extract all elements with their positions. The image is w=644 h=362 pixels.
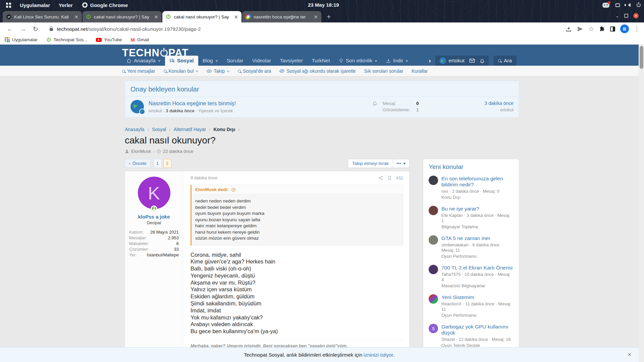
extensions-icon[interactable] [599, 26, 605, 32]
list-item[interactable]: Yeni SistemimReactionX · 11 dakika önce … [429, 294, 514, 318]
bookmark-apps[interactable]: Uygulamalar [5, 37, 38, 42]
window-maximize-icon[interactable] [624, 14, 628, 18]
nav-tips[interactable]: Tavsiyeler [275, 56, 307, 66]
thread-meta: ElonMusk · 22 dakika önce [125, 149, 519, 154]
list-item[interactable]: S Darbogaz yok GPU kullanımı düşükShazel… [429, 324, 514, 348]
tab-close-icon[interactable]: ✕ [314, 14, 318, 19]
nav-home[interactable]: Anasayfa [122, 56, 165, 66]
nav-blog[interactable]: Blog [198, 56, 222, 66]
inbox-icon[interactable] [469, 58, 475, 63]
bookmark-star-icon[interactable]: ☆ [588, 25, 594, 33]
power-tray-icon[interactable] [637, 3, 641, 7]
nav-download[interactable]: İndir [382, 56, 413, 66]
alerts-bell-icon[interactable] [480, 58, 485, 63]
subnav-mark-read[interactable]: Sosyal ağı okundu olarak işaretle [279, 68, 356, 74]
tab-close-icon[interactable]: ✕ [234, 14, 238, 19]
tab-close-icon[interactable]: ✕ [74, 14, 78, 19]
new-tab-button[interactable]: + [325, 11, 333, 22]
send-icon[interactable] [577, 26, 583, 32]
reload-button[interactable]: ↻ [33, 26, 38, 32]
bookmark-technopat[interactable]: Technopat Sos... [46, 37, 88, 42]
install-icon[interactable] [566, 26, 572, 32]
subnav-new-messages[interactable]: Yeni mesajlar [122, 68, 155, 74]
subnav-find-threads[interactable]: Konuları bul [164, 68, 199, 74]
volume-tray-icon[interactable] [626, 3, 631, 7]
search-button[interactable]: Ara [493, 56, 517, 66]
tab-cakal-active[interactable]: cakal nasıl okunuyor? | Say ✕ [162, 11, 241, 22]
address-bar[interactable]: technopat.net/sosyal/konu/cakal-nasil-ok… [57, 26, 201, 32]
tab-close-icon[interactable]: ✕ [154, 14, 158, 19]
list-item[interactable]: 700 TL 2.el Ekran Kartı ÖnerisiTaha7575 … [429, 265, 514, 289]
eye-off-icon [279, 69, 284, 73]
goto-quoted-post-icon[interactable] [231, 187, 236, 192]
active-app-indicator[interactable]: Google Chrome [82, 2, 128, 8]
close-icon[interactable]: × [628, 351, 631, 358]
pending-thread-author[interactable]: ertokut [149, 108, 162, 113]
nav-expand-chevron[interactable]: › [427, 57, 433, 64]
breadcrumb-home[interactable]: Anasayfa [125, 127, 144, 132]
bookmark-gmail[interactable]: M Gmail [130, 37, 149, 43]
profile-avatar[interactable]: B [620, 24, 629, 33]
scrollbar-thumb[interactable] [640, 46, 643, 69]
pending-threads-panel: Onay bekleyen konular Nasrettin Hoca eşe… [125, 81, 519, 118]
nav-questions[interactable]: Sorular [222, 56, 248, 66]
breadcrumb-social[interactable]: Sosyal [152, 127, 166, 132]
page-2-current[interactable]: 2 [163, 159, 171, 168]
list-item[interactable]: En son telefonunuza gelen bildirim nedir… [429, 176, 514, 200]
nav-turknet[interactable]: TurkNet [307, 56, 334, 66]
site-security-icon[interactable] [50, 27, 53, 31]
nav-recent[interactable]: Son etkinlik [334, 56, 382, 66]
share-icon[interactable] [378, 176, 383, 180]
web-page: TECHNPAT Anasayfa Sosyal Blog Sorular Vi… [0, 45, 644, 362]
tab-cakal-1[interactable]: cakal nasıl okunuyor? | Say ✕ [83, 11, 162, 22]
discord-tray-icon[interactable] [602, 3, 609, 8]
list-item[interactable]: GTA 5 ne zaman inerslmbenatakan · 6 daki… [429, 235, 514, 259]
subnav-search-social[interactable]: Sosyal'de ara [238, 68, 271, 74]
bookmark-youtube[interactable]: YouTube [96, 37, 122, 42]
subnav-faq[interactable]: Sık sorulan sorular [364, 68, 404, 74]
pending-thread-category[interactable]: Yiyecek ve İçecek [198, 108, 233, 113]
page-scrollbar[interactable] [639, 45, 644, 362]
page-1-button[interactable]: 1 [154, 159, 162, 168]
more-options-button[interactable]: ••• [393, 159, 410, 168]
post-time[interactable]: 9 dakika önce [191, 175, 217, 180]
tab-search-chevron-icon[interactable]: ⌄ [615, 13, 619, 18]
system-clock[interactable]: 23 May 18:19 [308, 0, 339, 10]
chevron-down-icon [406, 60, 408, 62]
menu-places[interactable]: Yerler [59, 2, 73, 8]
thread-avatar[interactable] [130, 100, 144, 113]
last-post-time[interactable]: 3 dakika önce [485, 101, 514, 106]
tab-kali-sound[interactable]: Kali Linux Ses Sorunu. Kali ✕ [3, 11, 82, 22]
permission-link[interactable]: izninizi istiyor [364, 352, 393, 358]
nav-videos[interactable]: Videolar [248, 56, 276, 66]
bell-icon[interactable] [372, 101, 377, 107]
quote-author[interactable]: ElonMusk dedi: [195, 187, 229, 192]
chevron-down-icon [196, 71, 198, 72]
breadcrumb-alt-hayat[interactable]: Alternatif Hayat [174, 127, 206, 132]
side-panel-icon[interactable] [610, 26, 615, 32]
thread-author[interactable]: ElonMusk [131, 149, 151, 154]
unfollow-button[interactable]: Takip etmeyi bırak [348, 159, 393, 168]
list-item[interactable]: Bu ne işe yarar?Efe Kaplan · 3 dakika ön… [429, 206, 514, 230]
account-menu[interactable]: ertokut [439, 57, 464, 64]
bookmark-icon[interactable] [387, 176, 392, 180]
menu-applications[interactable]: Uygulamalar [20, 2, 50, 8]
breadcrumb-konu-disi[interactable]: Konu Dışı [213, 127, 235, 132]
window-close-icon[interactable]: ✕ [633, 13, 639, 18]
nav-social[interactable]: Sosyal [165, 56, 198, 66]
chrome-menu-icon[interactable]: ⋮ [634, 25, 640, 33]
post-number[interactable]: #11 [396, 175, 403, 180]
show-apps-icon[interactable] [6, 3, 11, 8]
prev-page-button[interactable]: ‹Önceki [125, 159, 151, 168]
back-button[interactable]: ← [7, 26, 13, 32]
tab-nasrettin[interactable]: nasrettin hoca eşeğine ter ✕ [242, 11, 321, 22]
pending-thread-link[interactable]: Nasrettin Hoca eşeğine ters binmiş! [149, 100, 236, 106]
author-name[interactable]: kloPss a joke [129, 214, 179, 220]
display-tray-icon[interactable] [615, 3, 620, 7]
subnav-rules[interactable]: Kurallar [412, 68, 428, 74]
subnav-watched[interactable]: Takip [207, 68, 229, 74]
forward-button[interactable]: → [20, 26, 26, 32]
thread-time: 22 dakika önce [163, 149, 194, 154]
social-subnav: Yeni mesajlar Konuları bul Takip Sosyal'… [0, 66, 639, 76]
author-avatar[interactable]: K [138, 177, 170, 209]
